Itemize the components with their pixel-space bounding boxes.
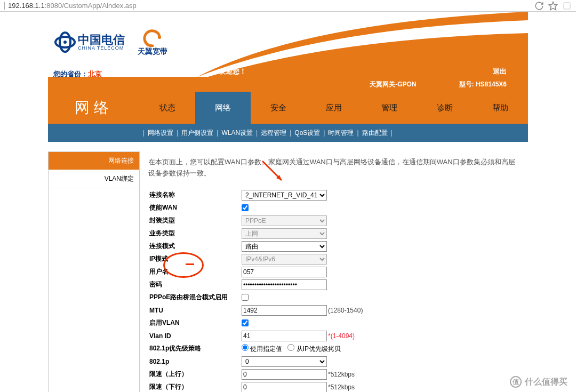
hint-rate-up: *512kbps: [328, 371, 355, 378]
input-mtu[interactable]: [242, 305, 327, 316]
refresh-icon[interactable]: [534, 1, 544, 11]
logos: 中国电信 CHINA TELECOM 天翼宽带: [53, 28, 167, 57]
tab-help[interactable]: 帮助: [473, 92, 528, 124]
telecom-en: CHINA TELECOM: [78, 46, 125, 51]
checkbox-hybrid[interactable]: [242, 294, 249, 301]
label-enable-wan: 使能WAN: [148, 203, 242, 212]
annotation-dash: [186, 263, 194, 265]
checkbox-vlan-enable[interactable]: [242, 319, 249, 326]
hint-rate-down: *512kbps: [328, 383, 355, 391]
select-ip-mode[interactable]: IPv4&IPv6: [242, 254, 327, 265]
radio-priority-copyip[interactable]: 从IP优先级拷贝: [287, 344, 341, 354]
input-rate-up[interactable]: [242, 369, 327, 380]
watermark-text: 什么值得买: [525, 377, 567, 388]
label-ip-mode: IP模式: [148, 254, 242, 263]
tab-status[interactable]: 状态: [140, 92, 195, 124]
svg-point-4: [63, 41, 67, 44]
checkbox-enable-wan[interactable]: [242, 204, 249, 211]
label-username: 用户名: [148, 267, 242, 276]
main-nav: 网络 状态 网络 安全 应用 管理 诊断 帮助: [48, 92, 528, 124]
telecom-logo: 中国电信 CHINA TELECOM: [53, 30, 125, 54]
telecom-zh: 中国电信: [78, 34, 125, 46]
broadband-logo: 天翼宽带: [138, 28, 167, 57]
input-username[interactable]: [242, 267, 327, 277]
intro-text: 在本页面上，您可以配置WAN口参数。家庭网关通过WAN口与高层网络设备通信，在通…: [148, 157, 517, 179]
subnav-qos[interactable]: QoS设置: [294, 129, 320, 138]
svg-rect-1: [564, 3, 570, 9]
subnav-route[interactable]: 路由配置: [362, 129, 388, 138]
sidebar-item-connection[interactable]: 网络连接: [49, 152, 139, 170]
select-8021p[interactable]: 0: [242, 356, 327, 367]
hint-mtu: (1280-1540): [328, 307, 363, 314]
label-8021p: 802.1p: [148, 358, 242, 365]
tab-manage[interactable]: 管理: [362, 92, 417, 124]
broadband-mark-icon: [141, 28, 164, 47]
input-rate-down[interactable]: [242, 382, 327, 392]
svg-point-5: [158, 36, 161, 39]
nav-items: 状态 网络 安全 应用 管理 诊断 帮助: [140, 92, 528, 124]
label-vlan-enable: 启用VLAN: [148, 318, 242, 327]
select-conn-name[interactable]: 2_INTERNET_R_VID_41: [242, 190, 327, 201]
banner: 中国电信 CHINA TELECOM 天翼宽带 您的省份：北京 欢迎您！ 退出: [48, 12, 528, 77]
subnav-wlan[interactable]: WLAN设置: [221, 129, 253, 138]
label-conn-mode: 连接模式: [148, 242, 242, 251]
label-mtu: MTU: [148, 307, 242, 314]
svg-marker-0: [549, 2, 557, 10]
divider: [4, 2, 5, 10]
welcome-line: 欢迎您！ 退出: [197, 66, 528, 77]
input-password[interactable]: [242, 279, 327, 290]
select-encap[interactable]: PPPoE: [242, 215, 327, 226]
label-priority-policy: 802.1p优先级策略: [148, 344, 242, 353]
gateway-name: 天翼网关-GPON: [370, 80, 416, 89]
label-hybrid: PPPoE路由桥混合模式启用: [148, 293, 242, 302]
welcome-text: 欢迎您！: [219, 67, 246, 76]
subnav-userside[interactable]: 用户侧设置: [181, 129, 213, 138]
select-conn-mode[interactable]: 路由: [242, 241, 327, 252]
sidebar-item-vlan-bind[interactable]: VLAN绑定: [49, 170, 139, 188]
radio-priority-specified[interactable]: 使用指定值: [242, 344, 282, 354]
label-encap: 封装类型: [148, 216, 242, 225]
broadband-text: 天翼宽带: [138, 47, 167, 57]
input-vlan-id[interactable]: [242, 331, 327, 341]
label-password: 密码: [148, 280, 242, 289]
sidebar-spacer: [49, 188, 139, 391]
nav-section-title: 网络: [48, 92, 140, 124]
tab-network[interactable]: 网络: [195, 92, 251, 124]
tab-diagnose[interactable]: 诊断: [417, 92, 473, 124]
label-service: 业务类型: [148, 229, 242, 238]
subnav-network-settings[interactable]: 网络设置: [148, 129, 173, 138]
main-panel: 在本页面上，您可以配置WAN口参数。家庭网关通过WAN口与高层网络设备通信，在通…: [140, 151, 528, 392]
watermark: 值 什么值得买: [510, 376, 567, 388]
subnav-time[interactable]: 时间管理: [328, 129, 354, 138]
province-line: 您的省份：北京: [53, 69, 102, 79]
label-rate-up: 限速（上行）: [148, 370, 242, 379]
hint-vlan-id: *(1-4094): [328, 332, 355, 340]
watermark-icon: 值: [510, 376, 522, 388]
browser-url-bar: 192.168.1.1:8080/CustomApp/Aindex.asp: [0, 0, 576, 12]
addon-icon[interactable]: [562, 1, 572, 11]
tab-app[interactable]: 应用: [306, 92, 362, 124]
subnav: | 网络设置| 用户侧设置| WLAN设置| 远程管理| QoS设置| 时间管理…: [48, 124, 528, 142]
telecom-mark-icon: [53, 30, 77, 54]
select-service[interactable]: 上网: [242, 228, 327, 239]
label-conn-name: 连接名称: [148, 190, 242, 199]
url-text: 192.168.1.1:8080/CustomApp/Aindex.asp: [8, 2, 530, 10]
label-rate-down: 限速（下行）: [148, 382, 242, 391]
tab-security[interactable]: 安全: [251, 92, 306, 124]
subnav-remote[interactable]: 远程管理: [261, 129, 286, 138]
logout-link[interactable]: 退出: [493, 67, 507, 76]
star-icon[interactable]: [548, 1, 558, 11]
sidebar: 网络连接 VLAN绑定: [48, 151, 140, 392]
label-vlan-id: Vlan ID: [148, 332, 242, 340]
model: 型号: HS8145X6: [459, 80, 507, 89]
infobar: 天翼网关-GPON 型号: HS8145X6: [48, 77, 528, 92]
content-body: 网络连接 VLAN绑定 在本页面上，您可以配置WAN口参数。家庭网关通过WAN口…: [48, 151, 528, 392]
